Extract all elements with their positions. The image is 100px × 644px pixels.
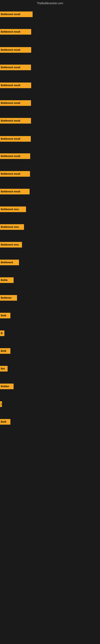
bottleneck-bar-label-14: Bottleneck resu xyxy=(1,243,19,246)
bottleneck-bar-label-16: Bottle xyxy=(1,279,8,282)
bottleneck-bar-9[interactable]: Bottleneck result xyxy=(0,153,30,159)
bottleneck-bar-label-10: Bottleneck result xyxy=(1,172,20,175)
bottleneck-bar-18[interactable]: Bottl xyxy=(0,313,10,318)
bottleneck-bar-17[interactable]: Bottlenec xyxy=(0,295,17,301)
bottleneck-bar-2[interactable]: Bottleneck result xyxy=(0,29,31,34)
bottleneck-bar-label-6: Bottleneck result xyxy=(1,102,20,104)
bottleneck-bar-11[interactable]: Bottleneck result xyxy=(0,189,30,194)
bottleneck-bar-19[interactable]: B xyxy=(0,330,4,336)
bottleneck-bar-label-2: Bottleneck result xyxy=(1,30,20,33)
bottleneck-bar-label-5: Bottleneck result xyxy=(1,84,20,87)
bottleneck-bar-label-4: Bottleneck result xyxy=(1,66,20,69)
bottleneck-bar-label-3: Bottleneck result xyxy=(1,48,20,51)
bottleneck-bar-label-18: Bottl xyxy=(1,314,6,317)
bottleneck-bar-24[interactable]: Bottl xyxy=(0,419,10,425)
bottleneck-bar-6[interactable]: Bottleneck result xyxy=(0,100,31,106)
bottleneck-bar-label-1: Bottleneck result xyxy=(1,13,20,16)
bottleneck-bar-10[interactable]: Bottleneck result xyxy=(0,171,30,177)
bottleneck-bar-label-24: Bottl xyxy=(1,420,6,423)
bottleneck-bar-13[interactable]: Bottleneck resu xyxy=(0,224,24,230)
bottleneck-bar-label-20: Bottl xyxy=(1,350,6,352)
bottleneck-bar-label-9: Bottleneck result xyxy=(1,155,20,158)
bottleneck-bar-12[interactable]: Bottleneck resu xyxy=(0,206,26,212)
bottleneck-bar-8[interactable]: Bottleneck result xyxy=(0,136,31,142)
bottleneck-bar-label-23: | xyxy=(1,403,1,406)
bottleneck-bar-label-7: Bottleneck result xyxy=(1,119,20,122)
bottleneck-bar-label-21: Bot xyxy=(1,367,5,370)
bottleneck-bar-14[interactable]: Bottleneck resu xyxy=(0,242,22,248)
bottleneck-bar-5[interactable]: Bottleneck result xyxy=(0,82,31,88)
bottleneck-bar-label-15: Bottleneck xyxy=(1,261,13,264)
bottleneck-bar-15[interactable]: Bottleneck xyxy=(0,260,19,265)
bottleneck-bar-3[interactable]: Bottleneck result xyxy=(0,47,31,53)
bottleneck-bar-label-11: Bottleneck result xyxy=(1,190,20,193)
bottleneck-bar-23[interactable]: | xyxy=(0,401,2,407)
bottleneck-bar-22[interactable]: Bottlen xyxy=(0,384,14,389)
bottleneck-bar-21[interactable]: Bot xyxy=(0,366,8,372)
bottleneck-bar-1[interactable]: Bottleneck result xyxy=(0,12,33,17)
bottleneck-bar-20[interactable]: Bottl xyxy=(0,348,10,354)
bottleneck-bar-label-19: B xyxy=(1,332,2,335)
bottleneck-bar-label-13: Bottleneck resu xyxy=(1,226,19,228)
bottleneck-bar-4[interactable]: Bottleneck result xyxy=(0,64,31,70)
bottleneck-bar-16[interactable]: Bottle xyxy=(0,277,14,283)
bottleneck-bar-label-17: Bottlenec xyxy=(1,296,12,299)
bottleneck-bar-label-22: Bottlen xyxy=(1,385,9,388)
site-title: TheBottlenecker.com xyxy=(0,0,100,6)
bottleneck-bar-label-12: Bottleneck resu xyxy=(1,208,19,211)
bottleneck-bar-7[interactable]: Bottleneck result xyxy=(0,118,31,124)
bottleneck-bar-label-8: Bottleneck result xyxy=(1,138,20,140)
